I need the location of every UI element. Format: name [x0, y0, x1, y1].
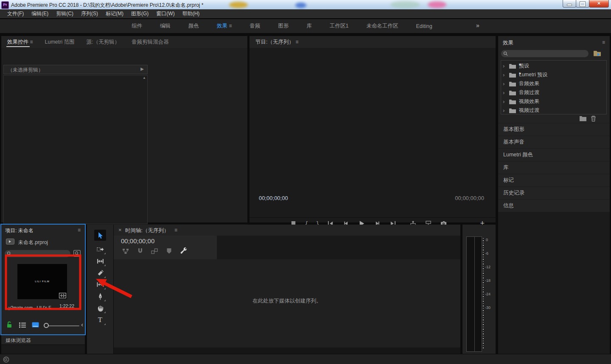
- workspace-tab-color[interactable]: 颜色: [188, 22, 199, 30]
- tab-media-browser[interactable]: 媒体浏览器: [6, 337, 31, 344]
- workspace-tab-workspace1[interactable]: 工作区1: [330, 22, 348, 30]
- project-search-field[interactable]: [5, 250, 70, 257]
- linked-selection-icon[interactable]: [151, 248, 158, 255]
- workspace-tab-assembly[interactable]: 组件: [132, 22, 142, 30]
- bin-presets[interactable]: › ★ 预设: [503, 61, 605, 70]
- bin-video-effects[interactable]: › 视频效果: [503, 97, 605, 106]
- delete-bin-icon[interactable]: [591, 115, 596, 122]
- project-writable-unlock-icon[interactable]: [6, 321, 12, 328]
- expand-chevron-icon[interactable]: ›: [503, 89, 506, 96]
- tab-libraries[interactable]: 库: [498, 161, 610, 174]
- tab-info[interactable]: 信息: [498, 200, 610, 212]
- bin-lumetri-presets[interactable]: › ★ Lumetri 预设: [503, 70, 605, 79]
- tab-markers[interactable]: 标记: [498, 174, 610, 186]
- new-bin-icon[interactable]: [580, 116, 586, 121]
- workspace-tab-unnamed[interactable]: 未命名工作区: [366, 22, 398, 30]
- hand-tool[interactable]: [94, 303, 106, 314]
- tab-essential-graphics[interactable]: 基本图形: [498, 123, 610, 136]
- expand-chevron-icon[interactable]: ›: [503, 107, 506, 114]
- pen-tool[interactable]: [94, 291, 106, 302]
- selection-tool[interactable]: [94, 230, 106, 241]
- find-icon[interactable]: [73, 250, 81, 257]
- workspace-tab-audio[interactable]: 音频: [250, 22, 261, 30]
- menu-edit[interactable]: 编辑(E): [28, 10, 52, 17]
- panel-menu-icon[interactable]: ≡: [30, 39, 33, 45]
- scroll-up-icon[interactable]: ▲: [143, 76, 146, 80]
- tab-essential-sound[interactable]: 基本声音: [498, 136, 610, 148]
- program-position-timecode[interactable]: 00;00;00;00: [259, 195, 288, 201]
- workspace-tab-editing[interactable]: 编辑: [160, 22, 171, 30]
- menu-markers[interactable]: 标记(M): [102, 10, 127, 17]
- tab-lumetri-color[interactable]: Lumetri 颜色: [498, 149, 610, 161]
- timeline-settings-wrench-icon[interactable]: [180, 247, 188, 255]
- icon-view-icon[interactable]: [32, 322, 39, 328]
- effects-search-field[interactable]: [501, 50, 589, 57]
- workspace-tab-libraries[interactable]: 库: [307, 22, 312, 30]
- meter-divider: [474, 237, 475, 351]
- clip-name-label[interactable]: y2mate.com - LILI's F...: [8, 305, 54, 310]
- list-view-icon[interactable]: [19, 322, 26, 328]
- slip-tool[interactable]: [94, 279, 106, 290]
- panel-menu-icon[interactable]: ≡: [78, 227, 81, 233]
- creative-cloud-status-icon[interactable]: [3, 356, 9, 363]
- expand-chevron-icon[interactable]: ›: [503, 81, 506, 87]
- timeline-empty-message: 在此处放下媒体以创建序列。: [114, 297, 460, 305]
- menu-file[interactable]: 文件(F): [3, 10, 28, 17]
- tab-history[interactable]: 历史记录: [498, 187, 610, 199]
- clip-selector-bar[interactable]: （未选择剪辑） ▶: [3, 65, 148, 74]
- clip-nav-play-icon[interactable]: ▶: [140, 67, 144, 71]
- nest-toggle-icon[interactable]: [122, 248, 129, 255]
- zoom-slider-knob[interactable]: [44, 323, 49, 328]
- effect-list-area: ▲: [3, 75, 148, 224]
- toolbar-scroll-left-icon[interactable]: ‹: [81, 321, 83, 328]
- tab-program-monitor[interactable]: 节目:（无序列） ≡: [249, 36, 304, 48]
- tab-source-monitor[interactable]: 源:（无剪辑）: [81, 36, 126, 48]
- menu-window[interactable]: 窗口(W): [152, 10, 178, 17]
- ripple-edit-tool[interactable]: [94, 256, 106, 267]
- tab-lumetri-scopes[interactable]: Lumetri 范围: [39, 36, 81, 48]
- panel-menu-icon[interactable]: ≡: [295, 39, 298, 45]
- info-panel-content: [498, 212, 610, 354]
- maximize-button[interactable]: [576, 0, 589, 8]
- bin-audio-effects[interactable]: › 音频效果: [503, 79, 605, 88]
- menu-clip[interactable]: 剪辑(C): [52, 10, 77, 17]
- panel-menu-icon[interactable]: ≡: [174, 227, 177, 233]
- workspace-tab-editing-en[interactable]: Editing: [416, 23, 432, 29]
- panel-menu-icon[interactable]: ≡: [602, 39, 605, 45]
- tab-effect-controls[interactable]: 效果控件 ≡: [1, 36, 39, 48]
- workspace-tab-effects[interactable]: 效果 ≡: [217, 22, 232, 30]
- new-preset-bin-icon[interactable]: [593, 50, 601, 57]
- expand-chevron-icon[interactable]: ›: [503, 98, 506, 105]
- menu-graphics[interactable]: 图形(G): [127, 10, 152, 17]
- project-search-input[interactable]: [13, 250, 70, 258]
- tab-timeline[interactable]: 时间轴:（无序列）: [125, 227, 169, 234]
- clip-thumbnail[interactable]: LILI FILM: [17, 264, 67, 299]
- project-file-name[interactable]: 未命名.prproj: [18, 239, 48, 246]
- timeline-playhead-timecode[interactable]: 00;00;00;00: [121, 237, 154, 245]
- timeline-drop-area[interactable]: 在此处放下媒体以创建序列。: [114, 259, 460, 347]
- add-marker-icon[interactable]: [166, 248, 172, 254]
- close-button[interactable]: ×: [589, 0, 609, 8]
- expand-chevron-icon[interactable]: ›: [503, 72, 506, 78]
- right-panel-column: 效果 ≡ › ★ 预设 › ★ Lumetri 预设 ›: [498, 36, 610, 354]
- timeline-scrollbar-area[interactable]: [114, 347, 460, 354]
- workspace-overflow-chevron-icon[interactable]: »: [476, 22, 479, 29]
- minimize-button[interactable]: [563, 0, 576, 8]
- razor-tool[interactable]: [94, 267, 106, 278]
- panel-close-icon[interactable]: ×: [118, 227, 122, 233]
- zoom-slider-track[interactable]: [45, 325, 79, 326]
- expand-chevron-icon[interactable]: ›: [503, 63, 506, 69]
- workspace-tab-graphics[interactable]: 图形: [278, 22, 289, 30]
- preset-folder-icon: [509, 72, 516, 78]
- type-tool[interactable]: T: [94, 314, 106, 325]
- tab-audio-clip-mixer[interactable]: 音频剪辑混合器: [126, 36, 175, 48]
- workspace-menu-icon[interactable]: ≡: [229, 23, 232, 29]
- effects-search-input[interactable]: [510, 50, 588, 58]
- menu-help[interactable]: 帮助(H): [179, 10, 204, 17]
- tab-project[interactable]: 项目: 未命名: [5, 227, 34, 234]
- bin-audio-transitions[interactable]: › 音频过渡: [503, 88, 605, 97]
- snap-magnet-icon[interactable]: [137, 248, 143, 255]
- track-select-forward-tool[interactable]: [94, 244, 106, 255]
- menu-sequence[interactable]: 序列(S): [77, 10, 102, 17]
- bin-video-transitions[interactable]: › 视频过渡: [503, 106, 605, 115]
